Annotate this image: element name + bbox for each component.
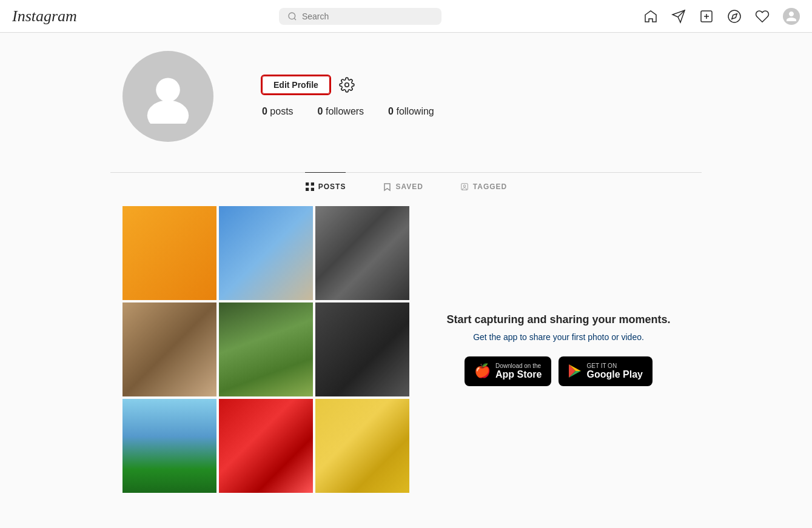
photo-cell[interactable] — [315, 399, 409, 493]
profile-stats: 0 posts 0 followers 0 following — [262, 106, 690, 117]
svg-point-10 — [147, 100, 189, 124]
photo-cell[interactable] — [122, 206, 216, 300]
header-avatar[interactable] — [783, 8, 800, 25]
photo-cell[interactable] — [122, 302, 216, 396]
tab-posts[interactable]: POSTS — [305, 172, 346, 200]
svg-point-17 — [463, 185, 466, 187]
new-post-icon[interactable] — [699, 9, 714, 24]
tag-person-icon — [460, 182, 469, 192]
profile-section: Edit Profile 0 posts 0 followers — [110, 33, 702, 172]
svg-point-7 — [728, 10, 740, 22]
app-buttons: 🍎 Download on the App Store G — [465, 356, 653, 386]
promo-title: Start capturing and sharing your moments… — [446, 313, 670, 326]
google-play-button[interactable]: GET IT ON Google Play — [559, 356, 652, 386]
svg-rect-12 — [306, 182, 309, 185]
photo-cell[interactable] — [219, 399, 313, 493]
svg-line-1 — [294, 18, 296, 20]
svg-rect-15 — [310, 187, 314, 190]
svg-rect-14 — [306, 187, 309, 190]
posts-stat[interactable]: 0 posts — [262, 106, 294, 117]
tab-saved[interactable]: SAVED — [382, 173, 423, 200]
apple-icon: 🍎 — [474, 363, 491, 379]
app-store-small-text: Download on the — [495, 363, 541, 369]
content-area: Start capturing and sharing your moments… — [110, 200, 702, 499]
promo-subtitle: Get the app to share your first photo or… — [473, 332, 644, 342]
promo-panel: Start capturing and sharing your moments… — [428, 206, 690, 493]
header-nav — [643, 8, 800, 25]
photo-grid — [122, 206, 409, 493]
grid-icon — [305, 182, 315, 192]
svg-point-11 — [345, 83, 349, 87]
search-input[interactable] — [302, 12, 433, 21]
photo-cell[interactable] — [122, 399, 216, 493]
svg-point-9 — [156, 78, 180, 102]
instagram-logo[interactable]: Instagram — [12, 7, 77, 25]
photo-cell[interactable] — [219, 206, 313, 300]
followers-stat[interactable]: 0 followers — [318, 106, 364, 117]
photo-cell[interactable] — [315, 302, 409, 396]
search-bar — [279, 8, 441, 25]
tabs-row: POSTS SAVED TAGGED — [110, 173, 702, 200]
profile-avatar[interactable] — [122, 51, 213, 142]
google-play-icon — [568, 364, 582, 378]
profile-info: Edit Profile 0 posts 0 followers — [262, 76, 690, 117]
avatar-placeholder-icon — [141, 69, 195, 124]
heart-icon[interactable] — [755, 9, 770, 24]
svg-marker-8 — [732, 13, 737, 18]
google-play-large-text: Google Play — [586, 369, 642, 380]
direct-icon[interactable] — [671, 9, 686, 24]
home-icon[interactable] — [643, 9, 658, 24]
photo-cell[interactable] — [315, 206, 409, 300]
following-stat[interactable]: 0 following — [388, 106, 434, 117]
profile-top: Edit Profile 0 posts 0 followers — [122, 51, 690, 142]
app-store-button[interactable]: 🍎 Download on the App Store — [465, 356, 551, 386]
header: Instagram — [0, 0, 812, 33]
settings-icon[interactable] — [338, 76, 355, 93]
profile-username-row: Edit Profile — [262, 76, 690, 94]
google-play-small-text: GET IT ON — [586, 363, 617, 369]
app-store-large-text: App Store — [495, 369, 542, 380]
search-icon — [287, 12, 297, 21]
svg-rect-13 — [310, 182, 314, 185]
photo-cell[interactable] — [219, 302, 313, 396]
bookmark-icon — [382, 182, 392, 192]
explore-icon[interactable] — [727, 9, 742, 24]
svg-point-0 — [289, 13, 295, 19]
tab-tagged[interactable]: TAGGED — [460, 173, 507, 200]
edit-profile-button[interactable]: Edit Profile — [262, 76, 330, 94]
